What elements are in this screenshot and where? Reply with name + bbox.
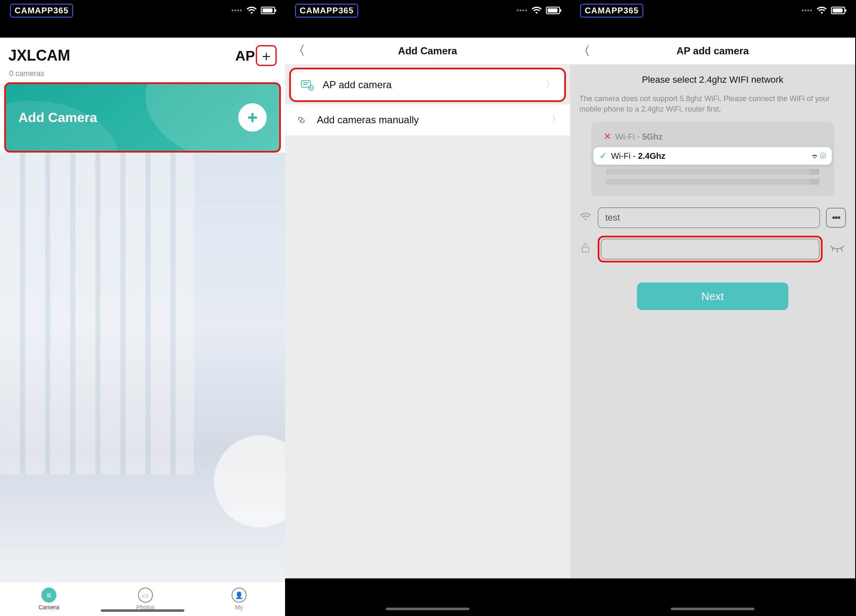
- cellular-dots-icon: ••••: [802, 7, 813, 14]
- skeleton-row: [606, 179, 819, 185]
- home-indicator[interactable]: [386, 608, 469, 610]
- wifi-description: The camera does not support 5.8ghz WiFi.…: [570, 89, 855, 122]
- app-tag: CAMAPP365: [10, 4, 73, 18]
- wifi-select-title: Please select 2.4ghz WIFI network: [570, 70, 855, 89]
- next-button[interactable]: Next: [637, 283, 788, 310]
- add-camera-label: Add Camera: [18, 110, 97, 125]
- wifi-prefix: Wi-Fi -: [611, 151, 638, 160]
- back-button[interactable]: 〈: [293, 42, 305, 59]
- ap-add-camera-item[interactable]: AP add camera 〉: [289, 68, 566, 102]
- camera-tab-icon: ≡: [41, 588, 56, 603]
- back-button[interactable]: 〈: [578, 43, 590, 60]
- home-indicator[interactable]: [671, 608, 754, 610]
- chevron-right-icon: 〉: [552, 114, 561, 126]
- status-right: ••••: [232, 7, 275, 14]
- tab-label: My: [235, 604, 243, 611]
- more-networks-button[interactable]: •••: [826, 208, 846, 228]
- eye-closed-icon[interactable]: [828, 244, 846, 255]
- wifi-24ghz-row: ✓ Wi-Fi - 2.4Ghz ⓘ: [594, 147, 832, 165]
- wifi-status-icon: [532, 7, 542, 14]
- add-camera-card[interactable]: Add Camera +: [4, 82, 281, 153]
- status-right: ••••: [802, 7, 845, 14]
- cellular-dots-icon: ••••: [517, 7, 527, 14]
- tab-label: Camera: [38, 604, 59, 611]
- background-image: [0, 153, 285, 582]
- wifi-example-box: ✕ Wi-Fi - 5Ghz ✓ Wi-Fi - 2.4Ghz ⓘ: [591, 122, 834, 196]
- page-title: JXLCAM: [8, 47, 70, 64]
- menu-item-label: AP add camera: [323, 79, 538, 91]
- nav-title: AP add camera: [578, 45, 847, 57]
- battery-icon: [546, 7, 560, 14]
- lock-icon: [579, 242, 592, 256]
- menu-item-label: Add cameras manually: [317, 114, 543, 126]
- nav-title: Add Camera: [293, 45, 562, 57]
- tab-camera[interactable]: ≡ Camera: [38, 588, 59, 611]
- camera-count: 0 cameras: [0, 68, 285, 82]
- home-indicator[interactable]: [101, 609, 184, 612]
- photos-tab-icon: ▭: [138, 588, 153, 603]
- status-right: ••••: [517, 7, 560, 14]
- plus-icon: ＋: [259, 48, 273, 63]
- my-tab-icon: 👤: [232, 588, 247, 603]
- add-button[interactable]: ＋: [256, 45, 277, 66]
- plus-circle-icon: +: [238, 103, 267, 132]
- cellular-dots-icon: ••••: [232, 7, 242, 14]
- wifi-status-icon: [817, 7, 827, 14]
- check-icon: ✓: [599, 150, 607, 161]
- wifi-ghz: 2.4Ghz: [638, 151, 665, 160]
- tab-photos[interactable]: ▭ Photos: [136, 588, 155, 611]
- password-input[interactable]: [601, 239, 820, 260]
- x-icon: ✕: [604, 131, 611, 142]
- add-manually-item[interactable]: Add cameras manually 〉: [285, 104, 570, 136]
- skeleton-row: [606, 169, 819, 175]
- signal-icon: ⓘ: [811, 152, 826, 160]
- battery-icon: [261, 7, 275, 14]
- wifi-5ghz-row: ✕ Wi-Fi - 5Ghz: [598, 128, 828, 145]
- wifi-prefix: Wi-Fi -: [615, 132, 642, 141]
- ap-mode-icon: [300, 78, 314, 92]
- info-icon: ⓘ: [820, 152, 826, 160]
- app-tag: CAMAPP365: [580, 4, 643, 18]
- svg-rect-2: [582, 247, 589, 252]
- ssid-input[interactable]: [598, 207, 820, 228]
- wifi-icon: [579, 212, 592, 224]
- chevron-right-icon: 〉: [546, 79, 555, 91]
- tab-my[interactable]: 👤 My: [232, 588, 247, 611]
- ap-label[interactable]: AP: [235, 48, 255, 64]
- link-icon: [294, 113, 308, 127]
- wifi-ghz: 5Ghz: [642, 132, 662, 141]
- wifi-status-icon: [247, 7, 257, 14]
- app-tag: CAMAPP365: [295, 4, 358, 18]
- battery-icon: [831, 7, 845, 14]
